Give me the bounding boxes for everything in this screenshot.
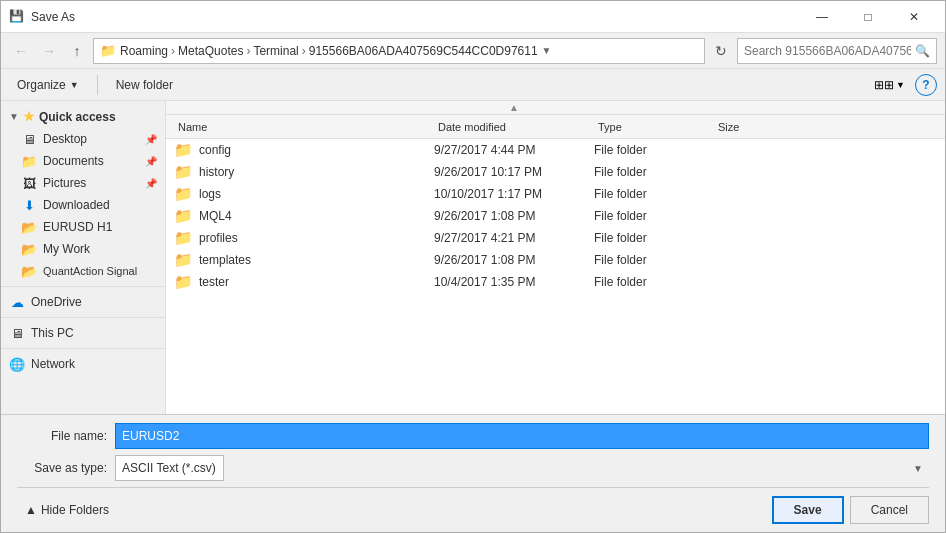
folder-icon: 📁: [174, 185, 193, 203]
save-button[interactable]: Save: [772, 496, 844, 524]
savetype-select[interactable]: ASCII Text (*.csv): [115, 455, 224, 481]
sidebar-quick-access-header[interactable]: ▼ ★ Quick access: [1, 105, 165, 128]
action-buttons: Save Cancel: [772, 496, 929, 524]
sidebar-item-eurusd[interactable]: 📂 EURUSD H1: [1, 216, 165, 238]
col-header-name[interactable]: Name: [174, 121, 434, 133]
hide-folders-button[interactable]: ▲ Hide Folders: [17, 499, 117, 521]
thispc-icon: 🖥: [9, 325, 25, 341]
file-rows-container: 📁 config 9/27/2017 4:44 PM File folder 📁…: [166, 139, 945, 293]
onedrive-icon: ☁: [9, 294, 25, 310]
table-row[interactable]: 📁 profiles 9/27/2017 4:21 PM File folder: [166, 227, 945, 249]
downloaded-icon: ⬇: [21, 197, 37, 213]
sidebar-item-quantaction-label: QuantAction Signal: [43, 265, 137, 277]
up-button[interactable]: ↑: [65, 39, 89, 63]
sidebar-item-downloaded[interactable]: ⬇ Downloaded: [1, 194, 165, 216]
folder-icon: 📁: [174, 251, 193, 269]
folder-icon: 📁: [174, 229, 193, 247]
collapse-arrow-icon: ▼: [9, 111, 19, 122]
file-type: File folder: [594, 143, 714, 157]
breadcrumb-guid[interactable]: 915566BA06ADA407569C544CC0D97611: [309, 44, 538, 58]
col-header-type[interactable]: Type: [594, 121, 714, 133]
filename-input[interactable]: [115, 423, 929, 449]
search-icon: 🔍: [915, 44, 930, 58]
refresh-button[interactable]: ↻: [709, 39, 733, 63]
main-content: ▼ ★ Quick access 🖥 Desktop 📌 📁 Documents: [1, 101, 945, 414]
table-row[interactable]: 📁 tester 10/4/2017 1:35 PM File folder: [166, 271, 945, 293]
savetype-select-wrapper: ASCII Text (*.csv) ▼: [115, 455, 929, 481]
table-row[interactable]: 📁 logs 10/10/2017 1:17 PM File folder: [166, 183, 945, 205]
sidebar-divider-2: [1, 317, 165, 318]
col-header-size[interactable]: Size: [714, 121, 794, 133]
sidebar-item-quantaction[interactable]: 📂 QuantAction Signal: [1, 260, 165, 282]
bottom-separator: [17, 487, 929, 488]
forward-button[interactable]: →: [37, 39, 61, 63]
table-row[interactable]: 📁 config 9/27/2017 4:44 PM File folder: [166, 139, 945, 161]
sidebar-item-pictures-label: Pictures: [43, 176, 86, 190]
savetype-row: Save as type: ASCII Text (*.csv) ▼: [17, 455, 929, 481]
cancel-button[interactable]: Cancel: [850, 496, 929, 524]
organize-button[interactable]: Organize ▼: [9, 75, 87, 95]
sidebar-divider-3: [1, 348, 165, 349]
file-date: 10/4/2017 1:35 PM: [434, 275, 594, 289]
hide-folders-arrow-icon: ▲: [25, 503, 37, 517]
breadcrumb-folder-icon: 📁: [100, 43, 116, 58]
col-header-date[interactable]: Date modified: [434, 121, 594, 133]
hide-folders-label: Hide Folders: [41, 503, 109, 517]
sidebar-item-eurusd-label: EURUSD H1: [43, 220, 112, 234]
sidebar-item-pictures[interactable]: 🖼 Pictures 📌: [1, 172, 165, 194]
file-name-text: templates: [199, 253, 251, 267]
breadcrumb-metaquotes[interactable]: MetaQuotes: [178, 44, 243, 58]
search-box: 🔍: [737, 38, 937, 64]
file-list-header: Name Date modified Type Size: [166, 115, 945, 139]
table-row[interactable]: 📁 MQL4 9/26/2017 1:08 PM File folder: [166, 205, 945, 227]
filename-row: File name:: [17, 423, 929, 449]
help-button[interactable]: ?: [915, 74, 937, 96]
bottom-footer: ▲ Hide Folders Save Cancel: [17, 496, 929, 524]
search-input[interactable]: [744, 44, 911, 58]
breadcrumb-terminal[interactable]: Terminal: [253, 44, 298, 58]
sidebar-network-label: Network: [31, 357, 75, 371]
sidebar-item-mywork[interactable]: 📂 My Work: [1, 238, 165, 260]
maximize-button[interactable]: □: [845, 1, 891, 33]
table-row[interactable]: 📁 templates 9/26/2017 1:08 PM File folde…: [166, 249, 945, 271]
sidebar-divider-1: [1, 286, 165, 287]
new-folder-button[interactable]: New folder: [108, 75, 181, 95]
sidebar-item-desktop-label: Desktop: [43, 132, 87, 146]
title-bar: 💾 Save As — □ ✕: [1, 1, 945, 33]
toolbar-separator: [97, 75, 98, 95]
star-icon: ★: [23, 109, 35, 124]
view-button[interactable]: ⊞⊞ ▼: [868, 75, 911, 95]
folder-icon: 📁: [174, 273, 193, 291]
file-name-text: MQL4: [199, 209, 232, 223]
folder-icon: 📁: [174, 163, 193, 181]
breadcrumb-roaming[interactable]: Roaming: [120, 44, 168, 58]
sidebar-item-desktop[interactable]: 🖥 Desktop 📌: [1, 128, 165, 150]
sidebar-item-onedrive[interactable]: ☁ OneDrive: [1, 291, 165, 313]
sidebar-section-quick-access: ▼ ★ Quick access 🖥 Desktop 📌 📁 Documents: [1, 105, 165, 282]
bottom-area: File name: Save as type: ASCII Text (*.c…: [1, 414, 945, 532]
file-name-text: profiles: [199, 231, 238, 245]
view-dropdown-icon: ▼: [896, 80, 905, 90]
file-area: ▲ Name Date modified Type Size: [166, 101, 945, 414]
sidebar-item-downloaded-label: Downloaded: [43, 198, 110, 212]
file-type: File folder: [594, 253, 714, 267]
sidebar-item-documents-label: Documents: [43, 154, 104, 168]
sidebar-item-documents[interactable]: 📁 Documents 📌: [1, 150, 165, 172]
navigation-toolbar: ← → ↑ 📁 Roaming › MetaQuotes › Terminal …: [1, 33, 945, 69]
sidebar-item-thispc[interactable]: 🖥 This PC: [1, 322, 165, 344]
back-button[interactable]: ←: [9, 39, 33, 63]
select-dropdown-icon: ▼: [913, 463, 923, 474]
pin-icon-docs: 📌: [145, 156, 157, 167]
breadcrumb-bar[interactable]: 📁 Roaming › MetaQuotes › Terminal › 9155…: [93, 38, 705, 64]
sidebar-thispc-label: This PC: [31, 326, 74, 340]
file-type: File folder: [594, 209, 714, 223]
file-date: 9/27/2017 4:44 PM: [434, 143, 594, 157]
table-row[interactable]: 📁 history 9/26/2017 10:17 PM File folder: [166, 161, 945, 183]
mywork-icon: 📂: [21, 241, 37, 257]
sidebar-item-network[interactable]: 🌐 Network: [1, 353, 165, 375]
file-name-text: tester: [199, 275, 229, 289]
file-date: 9/26/2017 1:08 PM: [434, 253, 594, 267]
close-button[interactable]: ✕: [891, 1, 937, 33]
title-bar-buttons: — □ ✕: [799, 1, 937, 33]
minimize-button[interactable]: —: [799, 1, 845, 33]
